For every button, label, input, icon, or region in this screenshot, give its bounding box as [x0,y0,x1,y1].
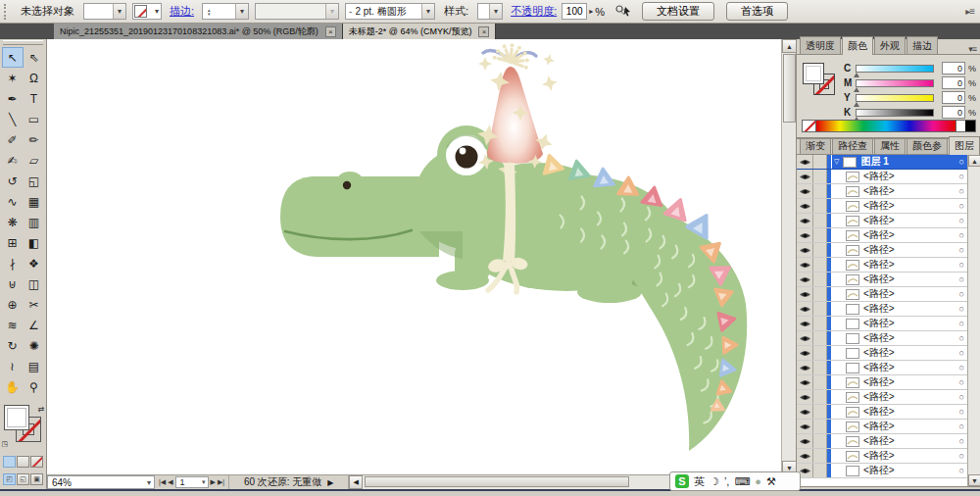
target-circle-icon[interactable]: ○ [959,274,964,284]
selection-column[interactable] [827,449,832,463]
artboard-number-dropdown[interactable]: 1▾ [175,476,209,488]
lock-column[interactable] [813,464,827,477]
prev-artboard-icon[interactable]: ◀ [168,478,172,486]
lock-column[interactable] [813,243,827,257]
selection-column[interactable] [827,434,832,448]
next-artboard-icon[interactable]: ▶ [211,478,216,486]
tool-button[interactable]: ▥ [24,212,45,232]
lock-column[interactable] [813,199,827,213]
visibility-toggle[interactable] [797,199,813,213]
lock-column[interactable] [813,346,827,360]
layer-row-selected[interactable]: ▽ 图层 1 ○ [797,155,980,170]
selection-column[interactable] [827,199,832,213]
yellow-slider[interactable] [856,94,935,102]
visibility-toggle[interactable] [797,361,813,374]
selection-column[interactable] [827,214,832,227]
layer-row-path[interactable]: <路径> ○ [797,287,980,302]
tool-button[interactable]: ▤ [24,356,45,376]
fill-color-dropdown[interactable]: ▾ [83,3,126,20]
recolor-artwork-icon[interactable] [614,4,632,20]
opacity-input[interactable] [562,3,587,20]
magenta-value[interactable]: 0 [942,76,965,89]
tool-button[interactable]: ∠ [24,315,45,335]
target-circle-icon[interactable]: ○ [959,363,964,372]
target-circle-icon[interactable]: ○ [959,186,964,196]
layer-thumbnail[interactable] [846,333,859,344]
target-circle-icon[interactable]: ○ [959,407,964,417]
lock-column[interactable] [813,287,827,301]
cyan-slider[interactable] [856,65,935,73]
lock-column[interactable] [813,420,827,433]
layer-thumbnail[interactable] [846,289,859,300]
artboard-canvas[interactable] [47,39,781,474]
lock-column[interactable] [813,434,827,448]
tool-button[interactable]: ✐ [2,129,24,150]
tool-button[interactable]: ▦ [24,191,45,212]
horizontal-scroll-thumb[interactable] [365,476,629,487]
target-circle-icon[interactable]: ○ [959,392,964,402]
layer-row-path[interactable]: <路径> ○ [797,405,980,420]
fill-stroke-proxy[interactable]: ◳ ⇄ [2,405,45,450]
tab-transparency[interactable]: 透明度 [800,36,841,54]
cyan-value[interactable]: 0 [942,62,965,74]
tool-button[interactable]: ↺ [2,171,24,191]
palette-grip[interactable] [3,40,43,45]
tool-button[interactable]: ⚲ [24,376,45,397]
layer-thumbnail[interactable] [846,186,859,197]
color-spectrum-bar[interactable] [802,120,976,132]
gradient-mode-button[interactable] [17,456,29,468]
layer-row-path[interactable]: <路径> ○ [797,420,980,434]
target-circle-icon[interactable]: ○ [959,289,964,299]
tool-button[interactable]: ❖ [24,253,45,273]
sogou-logo-icon[interactable]: S [675,474,689,488]
selection-column[interactable] [827,258,832,272]
tool-button[interactable]: ⊕ [2,294,24,315]
document-tab-untitled[interactable]: 未标题-2* @ 64% (CMYK/预览) × [343,24,497,39]
selection-column[interactable] [827,302,832,316]
layer-row-path[interactable]: <路径> ○ [797,361,980,375]
selection-column[interactable] [827,375,832,389]
variable-width-profile-dropdown[interactable]: ▾ [255,3,339,20]
vertical-scrollbar[interactable]: ▲ ▼ [781,39,796,474]
target-circle-icon[interactable]: ○ [959,201,964,211]
tool-button[interactable]: ◧ [24,232,45,253]
tool-button[interactable]: ✂ [24,294,45,315]
language-mode-toggle[interactable]: 英 [694,474,705,488]
layer-row-path[interactable]: <路径> ○ [797,258,980,273]
target-circle-icon[interactable]: ○ [959,157,964,167]
panel-menu-icon[interactable]: ▾≡ [968,44,976,54]
fullhalf-moon-icon[interactable]: ☽ [710,474,719,488]
control-bar-grip[interactable] [4,4,8,20]
tool-button[interactable]: ✒ [2,88,24,109]
tab-color[interactable]: 颜色 [842,36,873,55]
target-circle-icon[interactable]: ○ [959,466,964,475]
scroll-left-icon[interactable]: ◀ [349,475,363,489]
selection-column[interactable] [827,405,832,419]
layer-thumbnail[interactable] [846,274,859,285]
magenta-slider[interactable] [856,79,935,87]
lock-column[interactable] [813,170,827,183]
white-swatch[interactable] [956,121,965,131]
target-circle-icon[interactable]: ○ [959,333,964,343]
visibility-toggle[interactable] [797,375,813,389]
layer-thumbnail[interactable] [846,466,859,476]
vertical-scroll-thumb[interactable] [783,54,796,123]
selection-column[interactable] [827,346,832,360]
lock-column[interactable] [813,155,827,169]
selection-column[interactable] [827,420,832,433]
layer-row-path[interactable]: <路径> ○ [797,317,980,331]
tool-button[interactable]: ∿ [2,191,24,212]
layer-row-path[interactable]: <路径> ○ [797,302,980,317]
emoji-icon[interactable]: ● [755,474,761,488]
lock-column[interactable] [813,375,827,389]
swap-fill-stroke-icon[interactable]: ⇄ [38,405,45,414]
tool-button[interactable]: ⊞ [2,232,24,253]
target-circle-icon[interactable]: ○ [959,230,964,240]
tab-layers[interactable]: 图层 [949,136,980,155]
layer-thumbnail[interactable] [846,451,859,462]
layer-thumbnail[interactable] [846,377,859,388]
visibility-toggle[interactable] [797,405,813,419]
lock-column[interactable] [813,258,827,272]
visibility-toggle[interactable] [797,434,813,448]
layer-row-path[interactable]: <路径> ○ [797,273,980,287]
